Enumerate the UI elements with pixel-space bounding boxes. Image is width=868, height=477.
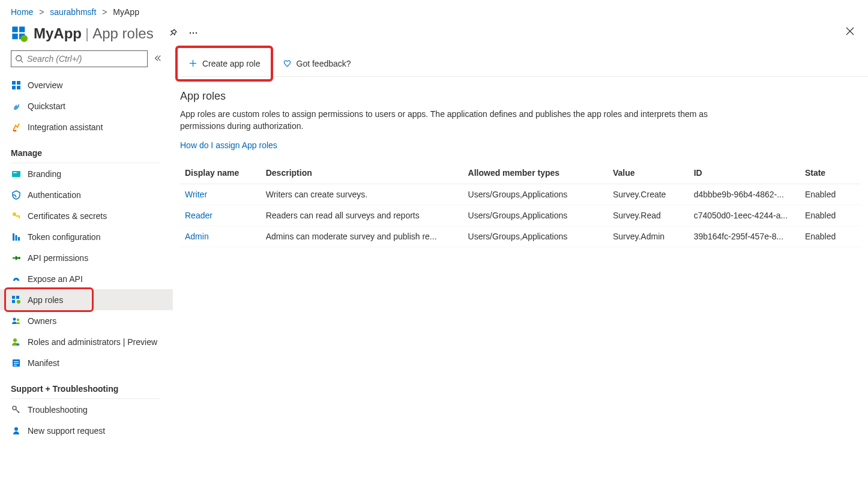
svg-rect-15 <box>17 86 20 89</box>
collapse-sidebar-icon[interactable] <box>154 54 162 64</box>
sidebar-search[interactable] <box>11 50 148 67</box>
svg-point-7 <box>195 32 196 33</box>
sidebar-item-label: Token configuration <box>28 232 100 242</box>
sidebar-item-app-roles[interactable]: App roles <box>0 289 173 310</box>
svg-point-26 <box>18 257 20 259</box>
got-feedback-button[interactable]: Got feedback? <box>277 55 357 73</box>
close-icon[interactable] <box>845 26 855 38</box>
svg-rect-12 <box>12 81 16 85</box>
sidebar-item-authentication[interactable]: Authentication <box>0 184 173 205</box>
table-row[interactable]: Writer Writers can create surveys. Users… <box>180 184 861 205</box>
sidebar-item-label: New support request <box>28 426 105 436</box>
svg-rect-38 <box>14 365 17 365</box>
sidebar-item-api-permissions[interactable]: API permissions <box>0 247 173 268</box>
sidebar-item-owners[interactable]: Owners <box>0 310 173 331</box>
role-member-types: Users/Groups,Applications <box>463 226 608 247</box>
svg-rect-0 <box>12 26 17 32</box>
app-roles-table: Display name Description Allowed member … <box>180 162 861 247</box>
svg-rect-23 <box>16 235 17 241</box>
role-member-types: Users/Groups,Applications <box>463 184 608 205</box>
breadcrumb-home[interactable]: Home <box>11 7 33 17</box>
quickstart-icon <box>11 101 22 112</box>
svg-rect-17 <box>12 171 20 177</box>
sidebar-item-label: Quickstart <box>28 101 65 111</box>
how-do-i-assign-link[interactable]: How do I assign App roles <box>180 140 277 150</box>
sidebar-item-label: API permissions <box>28 253 88 263</box>
sidebar-item-integration-assistant[interactable]: Integration assistant <box>0 116 173 137</box>
role-name-link[interactable]: Admin <box>185 232 209 241</box>
column-member-types[interactable]: Allowed member types <box>463 162 608 184</box>
roles-admin-icon <box>11 337 22 347</box>
page-title: MyApp <box>34 25 82 42</box>
svg-rect-37 <box>14 363 19 364</box>
sidebar-section-manage: Manage <box>11 148 160 163</box>
svg-rect-22 <box>13 233 14 241</box>
svg-point-16 <box>17 104 18 105</box>
page-subtitle: App roles <box>92 25 153 42</box>
sidebar-item-label: Authentication <box>28 190 81 200</box>
sidebar-item-token-configuration[interactable]: Token configuration <box>0 226 173 247</box>
create-app-role-label: Create app role <box>202 59 261 68</box>
heart-icon <box>283 59 292 68</box>
table-row[interactable]: Admin Admins can moderate survey and pub… <box>180 226 861 247</box>
breadcrumb-user[interactable]: saurabhmsft <box>50 7 96 17</box>
svg-rect-21 <box>19 217 20 218</box>
sidebar-item-overview[interactable]: Overview <box>0 74 173 95</box>
role-description: Readers can read all surveys and reports <box>261 205 463 226</box>
sidebar-item-new-support-request[interactable]: New support request <box>0 420 173 441</box>
create-app-role-button[interactable]: Create app role <box>182 55 267 73</box>
table-row[interactable]: Reader Readers can read all surveys and … <box>180 205 861 226</box>
column-value[interactable]: Value <box>608 162 689 184</box>
branding-icon <box>11 169 22 179</box>
sidebar-item-label: Integration assistant <box>28 122 103 132</box>
svg-rect-36 <box>14 361 19 362</box>
sidebar-item-certificates-secrets[interactable]: Certificates & secrets <box>0 205 173 226</box>
role-state: Enabled <box>800 205 861 226</box>
role-description: Admins can moderate survey and publish r… <box>261 226 463 247</box>
svg-rect-2 <box>12 34 17 39</box>
sidebar-item-quickstart[interactable]: Quickstart <box>0 95 173 116</box>
sidebar-item-label: Troubleshooting <box>28 405 88 415</box>
role-state: Enabled <box>800 226 861 247</box>
column-state[interactable]: State <box>800 162 861 184</box>
sidebar-section-support: Support + Troubleshooting <box>11 384 160 399</box>
sidebar-item-expose-api[interactable]: Expose an API <box>0 268 173 289</box>
more-icon[interactable] <box>188 28 198 40</box>
sidebar-item-manifest[interactable]: Manifest <box>0 352 173 373</box>
got-feedback-label: Got feedback? <box>297 59 351 68</box>
sidebar-item-roles-administrators[interactable]: Roles and administrators | Preview <box>0 331 173 352</box>
content-heading: App roles <box>180 90 861 103</box>
content-description: App roles are custom roles to assign per… <box>180 109 708 132</box>
expose-api-icon <box>11 274 22 284</box>
main-content: Create app role Got feedback? App roles … <box>173 50 868 441</box>
svg-point-33 <box>17 319 19 321</box>
column-description[interactable]: Description <box>261 162 463 184</box>
column-display-name[interactable]: Display name <box>180 162 261 184</box>
role-name-link[interactable]: Reader <box>185 211 212 220</box>
svg-point-34 <box>13 338 17 342</box>
svg-rect-1 <box>19 26 25 32</box>
svg-point-5 <box>189 32 190 33</box>
sidebar-item-label: Overview <box>28 80 62 90</box>
role-id: d4bbbe9b-96b4-4862-... <box>689 184 800 205</box>
sidebar-item-troubleshooting[interactable]: Troubleshooting <box>0 399 173 420</box>
svg-rect-18 <box>13 172 17 173</box>
svg-rect-28 <box>12 296 15 299</box>
search-icon <box>15 55 23 63</box>
pin-icon[interactable] <box>168 28 178 40</box>
key-icon <box>11 211 22 221</box>
svg-point-27 <box>16 280 17 281</box>
overview-icon <box>11 80 22 91</box>
column-id[interactable]: ID <box>689 162 800 184</box>
role-id: c74050d0-1eec-4244-a... <box>689 205 800 226</box>
svg-rect-13 <box>17 81 20 85</box>
svg-point-40 <box>14 427 18 431</box>
toolbar: Create app role Got feedback? <box>173 50 868 77</box>
role-member-types: Users/Groups,Applications <box>463 205 608 226</box>
search-input[interactable] <box>27 54 143 64</box>
role-name-link[interactable]: Writer <box>185 190 207 199</box>
role-description: Writers can create surveys. <box>261 184 463 205</box>
svg-point-31 <box>17 300 20 304</box>
app-icon <box>11 25 28 42</box>
sidebar-item-branding[interactable]: Branding <box>0 163 173 184</box>
